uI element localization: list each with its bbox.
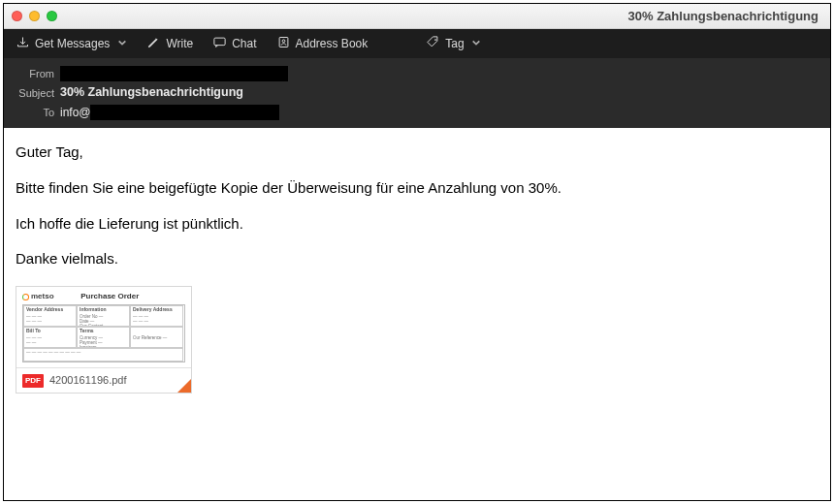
attachment-brand-label: metso bbox=[31, 292, 54, 301]
address-book-icon bbox=[276, 35, 291, 52]
attachment-footer: PDF 4200161196.pdf bbox=[16, 367, 191, 393]
attachment-cell: Delivery Address— — —— — —— — bbox=[130, 305, 183, 327]
header-subject-row: Subject 30% Zahlungsbenachrichtigung bbox=[4, 83, 830, 103]
pencil-icon bbox=[146, 35, 161, 52]
message-headers: From Subject 30% Zahlungsbenachrichtigun… bbox=[4, 58, 830, 128]
chat-icon bbox=[212, 35, 227, 52]
header-from-label: From bbox=[4, 68, 60, 79]
header-subject-value: 30% Zahlungsbenachrichtigung bbox=[60, 85, 243, 101]
write-label: Write bbox=[166, 37, 193, 50]
header-from-row: From bbox=[4, 64, 830, 83]
get-messages-label: Get Messages bbox=[35, 37, 110, 50]
header-subject-label: Subject bbox=[4, 87, 60, 99]
get-messages-button[interactable]: Get Messages bbox=[12, 33, 131, 54]
app-window: 30% Zahlungsbenachrichtigung Get Message… bbox=[3, 3, 831, 501]
tag-button[interactable]: Tag bbox=[422, 33, 484, 54]
address-book-label: Address Book bbox=[296, 37, 369, 50]
attachment-cell: Vendor Address— — —— — — bbox=[23, 305, 77, 327]
body-greeting: Guter Tag, bbox=[10, 143, 813, 162]
attachment-cell: — — — — — — — — — — bbox=[23, 348, 183, 362]
chat-button[interactable]: Chat bbox=[208, 33, 260, 54]
attachment-preview: metso Purchase Order Vendor Address— — —… bbox=[16, 287, 191, 367]
tag-label: Tag bbox=[445, 37, 464, 50]
body-line1: Bitte finden Sie eine beigefügte Kopie d… bbox=[10, 179, 813, 198]
toolbar: Get Messages Write Chat Address Book bbox=[4, 29, 830, 58]
attachment-cell: TermsCurrency —Payment —Incoterm — bbox=[77, 327, 130, 348]
download-icon bbox=[16, 35, 30, 52]
attachment-cell: InformationOrder No —Date —Our Contact —… bbox=[77, 305, 130, 327]
chevron-down-icon bbox=[471, 37, 481, 50]
write-button[interactable]: Write bbox=[143, 33, 197, 54]
header-to-visible: info@ bbox=[60, 106, 91, 119]
message-body: Guter Tag, Bitte finden Sie eine beigefü… bbox=[4, 128, 830, 500]
header-to-value: info@ bbox=[60, 105, 279, 120]
window-zoom-button[interactable] bbox=[47, 11, 57, 21]
brand-logo-icon bbox=[22, 294, 29, 300]
window-minimize-button[interactable] bbox=[29, 11, 40, 21]
attachment-brand: metso bbox=[22, 292, 54, 301]
tag-icon bbox=[426, 35, 440, 52]
pdf-badge: PDF bbox=[22, 374, 44, 388]
attachment-cell: Our Reference — bbox=[130, 327, 183, 348]
chat-label: Chat bbox=[232, 37, 256, 50]
dogear-icon bbox=[177, 379, 191, 393]
redacted-to-value bbox=[90, 105, 279, 120]
body-line2: Ich hoffe die Lieferung ist pünktlich. bbox=[10, 215, 813, 234]
window-title: 30% Zahlungsbenachrichtigung bbox=[628, 9, 822, 23]
attachment-preview-header: metso Purchase Order bbox=[22, 292, 185, 301]
svg-point-3 bbox=[434, 39, 436, 41]
redacted-from-value bbox=[60, 66, 288, 81]
attachment-doc-title: Purchase Order bbox=[80, 292, 139, 301]
window-close-button[interactable] bbox=[12, 11, 22, 21]
svg-point-2 bbox=[282, 40, 285, 43]
attachment-card[interactable]: metso Purchase Order Vendor Address— — —… bbox=[16, 286, 192, 394]
header-to-row: To info@ bbox=[4, 103, 830, 122]
body-signoff: Danke vielmals. bbox=[10, 250, 813, 268]
attachment-cell: Bill To— — —— — bbox=[23, 327, 77, 348]
address-book-button[interactable]: Address Book bbox=[273, 33, 372, 54]
svg-rect-0 bbox=[214, 38, 225, 46]
header-to-label: To bbox=[4, 107, 60, 118]
attachment-filename: 4200161196.pdf bbox=[49, 374, 127, 388]
chevron-down-icon bbox=[117, 37, 127, 50]
traffic-lights bbox=[12, 11, 57, 21]
titlebar: 30% Zahlungsbenachrichtigung bbox=[4, 4, 830, 29]
attachment-preview-grid: Vendor Address— — —— — — InformationOrde… bbox=[22, 304, 185, 362]
